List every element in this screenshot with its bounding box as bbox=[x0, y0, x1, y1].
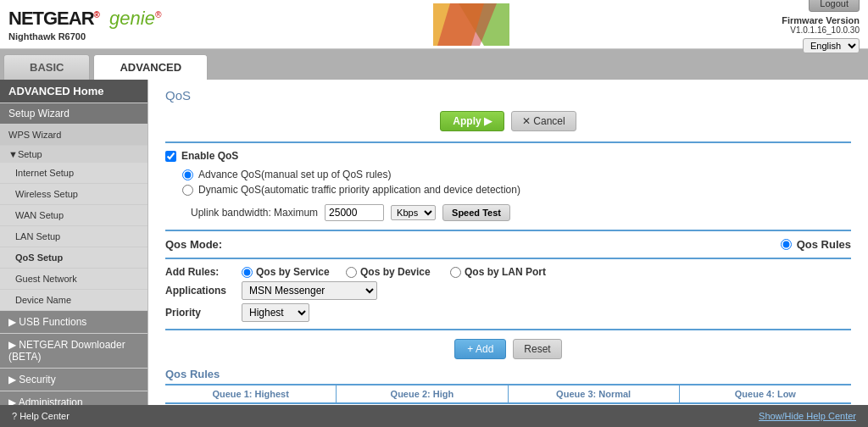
queue3-header: Queue 3: Normal bbox=[509, 385, 680, 404]
qos-by-lan-port-radio[interactable] bbox=[450, 267, 461, 278]
qos-rules-section-label: Qos Rules bbox=[165, 368, 851, 380]
genie-logo: genie® bbox=[104, 8, 161, 30]
main-layout: ADVANCED Home Setup Wizard WPS Wizard ▼S… bbox=[0, 80, 868, 405]
qos-mode-right: Qos Rules bbox=[781, 238, 851, 251]
kbps-select[interactable]: Kbps Mbps bbox=[391, 205, 436, 220]
add-rules-row: Add Rules: Qos by Service Qos by Device … bbox=[165, 266, 851, 278]
logo-block: NETGEAR® genie® Nighthawk R6700 bbox=[8, 8, 161, 42]
sidebar-item-wps-wizard[interactable]: WPS Wizard bbox=[0, 125, 147, 146]
netgear-logo: NETGEAR® bbox=[8, 8, 99, 30]
model-name: Nighthawk R6700 bbox=[8, 31, 161, 42]
sidebar-item-advanced-home[interactable]: ADVANCED Home bbox=[0, 80, 147, 103]
rules-divider bbox=[165, 258, 851, 259]
applications-select[interactable]: MSN Messenger bbox=[242, 281, 377, 300]
queue4-header: Queue 4: Low bbox=[680, 385, 851, 404]
qos-by-device-radio[interactable] bbox=[346, 267, 357, 278]
tab-advanced[interactable]: ADVANCED bbox=[93, 54, 208, 80]
show-hide-help[interactable]: Show/Hide Help Center bbox=[759, 411, 856, 421]
sidebar-group-setup[interactable]: ▼Setup bbox=[0, 146, 147, 163]
enable-qos-label: Enable QoS bbox=[181, 150, 238, 162]
apply-button[interactable]: Apply ▶ bbox=[440, 111, 504, 131]
advance-qos-radio[interactable] bbox=[182, 169, 193, 180]
speed-test-button[interactable]: Speed Test bbox=[442, 204, 510, 221]
qos-by-service-label: Qos by Service bbox=[256, 266, 332, 278]
queue1-header: Queue 1: Highest bbox=[165, 385, 337, 404]
enable-qos-checkbox[interactable] bbox=[165, 151, 176, 162]
qos-rules-radio-label: Qos Rules bbox=[797, 238, 851, 251]
sidebar-item-setup-wizard[interactable]: Setup Wizard bbox=[0, 103, 147, 125]
enable-qos-row: Enable QoS bbox=[165, 150, 851, 162]
logo-diamond bbox=[433, 3, 509, 46]
qos-mode-label: Qos Mode: bbox=[165, 238, 222, 251]
logout-button[interactable]: Logout bbox=[809, 0, 860, 12]
reset-button[interactable]: Reset bbox=[513, 339, 561, 359]
tab-basic[interactable]: BASIC bbox=[3, 54, 90, 80]
sidebar-item-administration[interactable]: ▶ Administration bbox=[0, 391, 147, 405]
priority-select[interactable]: Highest High Normal Low bbox=[242, 303, 309, 322]
sidebar-item-security[interactable]: ▶ Security bbox=[0, 369, 147, 391]
qos-by-lan-port-label: Qos by LAN Port bbox=[465, 266, 546, 278]
sidebar-item-netgear-downloader[interactable]: ▶ NETGEAR Downloader (BETA) bbox=[0, 334, 147, 369]
sidebar: ADVANCED Home Setup Wizard WPS Wizard ▼S… bbox=[0, 80, 148, 405]
add-rules-section: Add Rules: Qos by Service Qos by Device … bbox=[165, 266, 851, 322]
qos-by-service-option: Qos by Service bbox=[242, 266, 332, 278]
sidebar-item-usb-functions[interactable]: ▶ USB Functions bbox=[0, 311, 147, 334]
help-center-label[interactable]: ? Help Center bbox=[12, 411, 70, 421]
help-bar: ? Help Center Show/Hide Help Center bbox=[0, 405, 868, 427]
uplink-bandwidth-label: Uplink bandwidth: Maximum bbox=[191, 207, 318, 219]
advance-qos-label: Advance QoS(manual set up of QoS rules) bbox=[198, 169, 391, 180]
help-center-left: ? Help Center bbox=[12, 411, 70, 421]
priority-label: Priority bbox=[165, 307, 242, 319]
sidebar-item-qos-setup[interactable]: QoS Setup bbox=[0, 247, 147, 269]
dynamic-qos-row: Dynamic QoS(automatic traffic priority a… bbox=[182, 184, 851, 196]
firmware-info: Firmware Version V1.0.1.16_10.0.30 bbox=[782, 15, 860, 35]
sidebar-item-wan-setup[interactable]: WAN Setup bbox=[0, 205, 147, 226]
bottom-action-bar: + Add Reset bbox=[165, 339, 851, 359]
qos-mode-row: Qos Mode: Qos Rules bbox=[165, 238, 851, 251]
qos-by-device-option: Qos by Device bbox=[346, 266, 437, 278]
logo-area: NETGEAR® genie® bbox=[8, 8, 161, 30]
sidebar-item-device-name[interactable]: Device Name bbox=[0, 290, 147, 311]
qos-by-device-label: Qos by Device bbox=[360, 266, 437, 278]
top-right: Logout Firmware Version V1.0.1.16_10.0.3… bbox=[782, 0, 860, 53]
priority-row: Priority Highest High Normal Low bbox=[165, 303, 851, 322]
dynamic-qos-radio[interactable] bbox=[182, 185, 193, 196]
qos-by-lan-port-option: Qos by LAN Port bbox=[450, 266, 546, 278]
qos-by-service-radio[interactable] bbox=[242, 267, 253, 278]
queue-headers: Queue 1: Highest Queue 2: High Queue 3: … bbox=[165, 384, 851, 404]
uplink-bandwidth-input[interactable] bbox=[325, 204, 384, 221]
applications-label: Applications bbox=[165, 285, 242, 297]
queue2-header: Queue 2: High bbox=[337, 385, 508, 404]
sidebar-item-lan-setup[interactable]: LAN Setup bbox=[0, 226, 147, 247]
sidebar-item-guest-network[interactable]: Guest Network bbox=[0, 269, 147, 290]
top-divider bbox=[165, 141, 851, 143]
bottom-divider bbox=[165, 329, 851, 330]
qos-rules-radio[interactable] bbox=[781, 239, 792, 250]
add-button[interactable]: + Add bbox=[454, 339, 506, 359]
bandwidth-row: Uplink bandwidth: Maximum Kbps Mbps Spee… bbox=[191, 204, 851, 221]
dynamic-qos-label: Dynamic QoS(automatic traffic priority a… bbox=[198, 184, 520, 196]
add-rules-label: Add Rules: bbox=[165, 266, 242, 278]
applications-row: Applications MSN Messenger bbox=[165, 281, 851, 300]
content-area: QoS Apply ▶ ✕ Cancel Enable QoS Advance … bbox=[148, 80, 868, 405]
sidebar-item-internet-setup[interactable]: Internet Setup bbox=[0, 163, 147, 184]
tab-bar: BASIC ADVANCED bbox=[0, 49, 868, 80]
top-action-bar: Apply ▶ ✕ Cancel bbox=[165, 111, 851, 131]
sidebar-item-wireless-setup[interactable]: Wireless Setup bbox=[0, 184, 147, 205]
page-title: QoS bbox=[165, 88, 851, 103]
language-select[interactable]: English bbox=[803, 38, 860, 53]
top-bar: NETGEAR® genie® Nighthawk R6700 Logout F… bbox=[0, 0, 868, 49]
advance-qos-row: Advance QoS(manual set up of QoS rules) bbox=[182, 169, 851, 180]
mid-divider bbox=[165, 230, 851, 231]
cancel-button[interactable]: ✕ Cancel bbox=[511, 111, 576, 131]
